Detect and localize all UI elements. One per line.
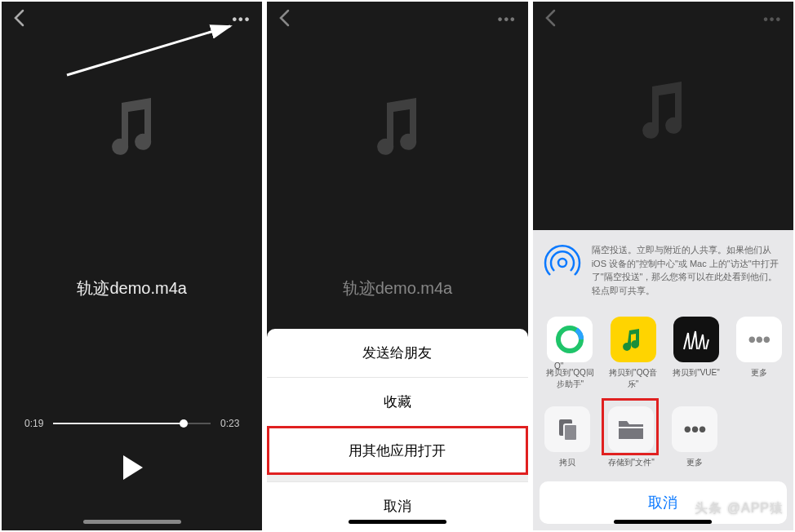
time-elapsed: 0:19 <box>24 418 43 429</box>
app-label: 更多 <box>751 367 767 379</box>
progress-track[interactable] <box>53 423 211 424</box>
home-indicator[interactable] <box>614 520 712 524</box>
svg-rect-5 <box>619 427 643 428</box>
play-button[interactable] <box>24 454 239 481</box>
app-qq-sync[interactable]: 拷贝到"QQ同步助手" <box>543 317 597 390</box>
back-button[interactable] <box>13 9 24 30</box>
top-bar: ••• <box>2 2 262 38</box>
action-label: 存储到"文件" <box>608 457 655 468</box>
more-apps-icon: ••• <box>736 317 782 362</box>
option-send-to-friend[interactable]: 发送给朋友 <box>267 329 527 377</box>
app-label: 拷贝到"VUE" <box>673 367 720 379</box>
music-note-icon <box>634 78 691 147</box>
app-label: 拷贝到"QQ同步助手" <box>543 367 597 390</box>
home-indicator[interactable] <box>83 520 181 524</box>
share-apps-row: Q" 拷贝到"QQ同步助手" 拷贝到"QQ音乐" 拷贝到"V <box>540 312 787 395</box>
player-controls: 0:19 0:23 <box>2 418 262 530</box>
more-button[interactable]: ••• <box>233 12 251 27</box>
svg-rect-4 <box>564 424 577 441</box>
action-save-to-files[interactable]: 存储到"文件" <box>603 406 659 468</box>
vue-icon <box>673 317 719 362</box>
app-qq-music[interactable]: 拷贝到"QQ音乐" <box>606 317 660 390</box>
back-button[interactable] <box>278 9 290 30</box>
more-button[interactable]: ••• <box>498 12 517 27</box>
music-note-icon <box>369 95 426 163</box>
more-button[interactable]: ••• <box>763 12 782 27</box>
top-bar: ••• <box>533 2 793 38</box>
option-favorite[interactable]: 收藏 <box>267 377 527 426</box>
screen-player: ••• 轨迹demo.m4a 0:19 0:23 <box>2 2 262 530</box>
svg-point-1 <box>558 259 566 267</box>
screen-share-sheet: ••• 隔空投送。立即与附近的人共享。如果他们从 iOS 设备的"控制中心"或 … <box>533 2 793 530</box>
app-vue[interactable]: 拷贝到"VUE" <box>668 317 723 390</box>
app-label: 拷贝到"QQ音乐" <box>606 367 660 390</box>
file-name: 轨迹demo.m4a <box>343 277 453 299</box>
copy-icon <box>544 406 590 452</box>
qq-music-icon <box>611 317 656 362</box>
airdrop-icon <box>543 243 582 282</box>
airdrop-text: 隔空投送。立即与附近的人共享。如果他们从 iOS 设备的"控制中心"或 Mac … <box>592 243 784 297</box>
watermark: 头条 @APP猿 <box>695 500 784 517</box>
home-indicator[interactable] <box>349 520 446 524</box>
more-actions-icon: ••• <box>672 406 717 452</box>
back-button[interactable] <box>544 9 556 30</box>
qq-sync-icon <box>547 317 593 362</box>
action-label: 更多 <box>686 457 703 468</box>
app-more[interactable]: ••• 更多 <box>732 317 787 390</box>
music-note-icon <box>104 95 161 163</box>
time-total: 0:23 <box>220 418 239 429</box>
preview-area: 轨迹demo.m4a <box>2 38 262 418</box>
share-actions-row: 拷贝 存储到"文件" ••• 更多 . <box>540 395 787 473</box>
file-name: 轨迹demo.m4a <box>77 277 187 299</box>
share-sheet: 隔空投送。立即与附近的人共享。如果他们从 iOS 设备的"控制中心"或 Mac … <box>533 230 793 530</box>
folder-icon <box>608 406 654 452</box>
action-more[interactable]: ••• 更多 <box>667 406 722 468</box>
top-bar: ••• <box>267 2 527 38</box>
screen-action-sheet: ••• 轨迹demo.m4a 发送给朋友 收藏 用其他应用打开 取消 <box>267 2 527 530</box>
action-copy[interactable]: 拷贝 <box>540 406 595 468</box>
airdrop-section[interactable]: 隔空投送。立即与附近的人共享。如果他们从 iOS 设备的"控制中心"或 Mac … <box>540 237 787 312</box>
option-open-with-other-app[interactable]: 用其他应用打开 <box>267 426 527 475</box>
action-sheet: 发送给朋友 收藏 用其他应用打开 取消 <box>267 329 527 530</box>
action-label: 拷贝 <box>559 457 575 468</box>
